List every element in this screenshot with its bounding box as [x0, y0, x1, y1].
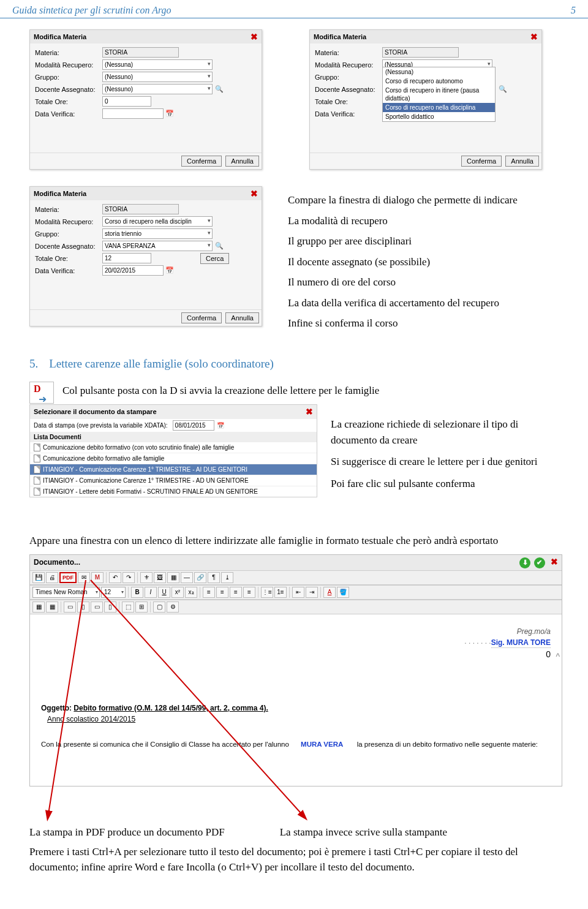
underline-icon[interactable]: U [158, 587, 170, 598]
select-docente[interactable]: VANA SPERANZA [102, 241, 213, 251]
close-icon[interactable]: ✖ [251, 189, 258, 198]
dialog-c-title: Modifica Materia ✖ [30, 187, 262, 200]
print-icon[interactable]: 🖨 [46, 572, 58, 583]
list-item[interactable]: ITIANGIOY - Comunicazione Carenze 1° TRI… [30, 464, 317, 475]
doc-icon [34, 488, 40, 496]
list-header: Lista Documenti [30, 432, 317, 442]
editor-body[interactable]: Preg.mo/a . . . . . . .Sig. MURA TORE 0 … [30, 614, 562, 786]
cerca-button[interactable]: Cerca [200, 253, 229, 264]
annulla-button[interactable]: Annulla [225, 156, 259, 167]
close-icon[interactable]: ✖ [251, 32, 258, 42]
align-left-icon[interactable]: ≡ [203, 587, 215, 598]
sub-icon[interactable]: x₂ [185, 587, 197, 598]
field-data-verifica[interactable]: 20/02/2015 [102, 265, 164, 276]
select-docente[interactable]: (Nessuno) [102, 84, 213, 94]
fill-color-icon[interactable]: 🪣 [337, 587, 349, 598]
italic-icon[interactable]: I [145, 587, 157, 598]
list-bullet-icon[interactable]: ⋮≡ [261, 587, 273, 598]
pdf-note: La stampa in PDF produce un documento PD… [29, 824, 225, 840]
toolbar-1: 💾 🖨 PDF ✉ M ↶ ↷ ⚜ 🖼 ▦ — 🔗 ¶ ⤓ [30, 570, 562, 585]
list-number-icon[interactable]: 1≡ [274, 587, 287, 598]
save-icon[interactable]: 💾 [32, 572, 45, 583]
dialog-modifica-materia-c: Modifica Materia ✖ Materia:STORIA Modali… [29, 186, 262, 326]
special-icon[interactable]: — [181, 572, 193, 583]
align-center-icon[interactable]: ≡ [216, 587, 228, 598]
field-ore[interactable]: 0 [102, 96, 151, 107]
super-icon[interactable]: x² [172, 587, 184, 598]
search-icon[interactable]: 🔍 [499, 85, 507, 93]
outdent-icon[interactable]: ⇤ [292, 587, 304, 598]
search-icon[interactable]: 🔍 [215, 242, 224, 250]
doc-select-header: Selezionare il documento da stampare ✖ [30, 405, 317, 418]
close-icon[interactable]: ✖ [306, 407, 313, 417]
align-justify-icon[interactable]: ≡ [243, 587, 255, 598]
paragraph-icon[interactable]: ¶ [208, 572, 220, 583]
annulla-button[interactable]: Annulla [225, 312, 259, 323]
conferma-button[interactable]: Conferma [181, 156, 222, 167]
doc-icon [34, 477, 40, 485]
select-gruppo[interactable]: storia triennio [102, 228, 213, 239]
download-icon[interactable]: ⬇ [519, 557, 530, 568]
grid1-icon[interactable]: ▦ [32, 602, 45, 613]
pdf-button[interactable]: PDF [59, 572, 77, 583]
grid2-icon[interactable]: ▦ [46, 602, 58, 613]
bold-icon[interactable]: B [131, 587, 143, 598]
props-icon[interactable]: ⚙ [167, 602, 179, 613]
doc-icon [34, 443, 40, 451]
redo-icon[interactable]: ↷ [123, 572, 135, 583]
select-size[interactable]: 12 [101, 587, 126, 598]
copy-instructions: Premere i tasti Ctrl+A per selezionare t… [29, 844, 562, 875]
header-title: Guida sintetica per gli scrutini con Arg… [12, 5, 172, 16]
letter-year: Anno scolastico 2014/2015 [47, 714, 135, 724]
field-data-verifica[interactable] [102, 108, 164, 119]
list-item[interactable]: Comunicazione debito formativo (con voto… [30, 442, 317, 453]
scroll-up-icon[interactable]: ^ [556, 651, 560, 663]
link-icon[interactable]: 🔗 [194, 572, 206, 583]
confirm-icon[interactable]: ✔ [534, 557, 545, 568]
text-color-icon[interactable]: A [323, 587, 336, 598]
mail-icon[interactable]: ✉ [78, 572, 90, 583]
toolbar-3: ▦ ▦ ▭ ▯ ▭ ▯ ⬚ ⊞ ▢ ⚙ [30, 600, 562, 614]
align-right-icon[interactable]: ≡ [230, 587, 242, 598]
prose-right: Compare la finestra di dialogo che perme… [288, 192, 564, 331]
calendar-icon[interactable]: 📅 [165, 266, 174, 274]
undo-icon[interactable]: ↶ [109, 572, 121, 583]
section-5: 5. Lettere carenze alle famiglie (solo c… [29, 355, 556, 404]
gmail-icon[interactable]: M [91, 572, 104, 583]
split-icon[interactable]: ⊞ [135, 602, 148, 613]
search-icon[interactable]: 🔍 [215, 85, 224, 93]
close-icon[interactable]: ✖ [551, 557, 558, 567]
send-d-icon[interactable] [29, 382, 54, 404]
field-date[interactable]: 08/01/2015 [173, 420, 214, 431]
image-icon[interactable]: 🖼 [154, 572, 166, 583]
select-modalita[interactable]: (Nessuna) [102, 59, 213, 70]
select-modalita[interactable]: Corso di recupero nella disciplin [102, 216, 213, 227]
delcol-icon[interactable]: ▯ [104, 602, 116, 613]
table-icon[interactable]: ▦ [167, 572, 179, 583]
doc-icon [34, 455, 40, 462]
indent-icon[interactable]: ⇥ [306, 587, 318, 598]
close-icon[interactable]: ✖ [530, 32, 538, 42]
student-name: MURA VERA [301, 741, 343, 748]
dialog-modifica-materia-b: Modifica Materia ✖ Materia:STORIA Modali… [309, 29, 542, 170]
conferma-button[interactable]: Conferma [181, 312, 222, 323]
dropdown-modalita[interactable]: (Nessuna) Corso di recupero autonomo Cor… [382, 67, 496, 122]
conferma-button[interactable]: Conferma [461, 156, 502, 167]
delrow-icon[interactable]: ▭ [91, 602, 103, 613]
emblem-icon[interactable]: ⚜ [140, 572, 153, 583]
pagebreak-icon[interactable]: ⤓ [221, 572, 233, 583]
borders-icon[interactable]: ▢ [153, 602, 165, 613]
inscol-icon[interactable]: ▯ [77, 602, 89, 613]
annulla-button[interactable]: Annulla [505, 156, 539, 167]
select-font[interactable]: Times New Roman [32, 587, 100, 598]
list-item[interactable]: ITIANGIOY - Comunicazione Carenze 1° TRI… [30, 475, 317, 486]
insrow-icon[interactable]: ▭ [64, 602, 76, 613]
list-item[interactable]: ITIANGIOY - Lettere debiti Formativi - S… [30, 486, 317, 497]
list-item[interactable]: Comunicazione debito formativo alle fami… [30, 453, 317, 464]
doc-select-panel: Selezionare il documento da stampare ✖ D… [29, 404, 317, 497]
select-gruppo[interactable]: (Nessuno) [102, 72, 213, 82]
calendar-icon[interactable]: 📅 [165, 110, 174, 118]
calendar-icon[interactable]: 📅 [217, 422, 224, 429]
field-ore[interactable]: 12 [102, 253, 151, 263]
merge-icon[interactable]: ⬚ [122, 602, 134, 613]
